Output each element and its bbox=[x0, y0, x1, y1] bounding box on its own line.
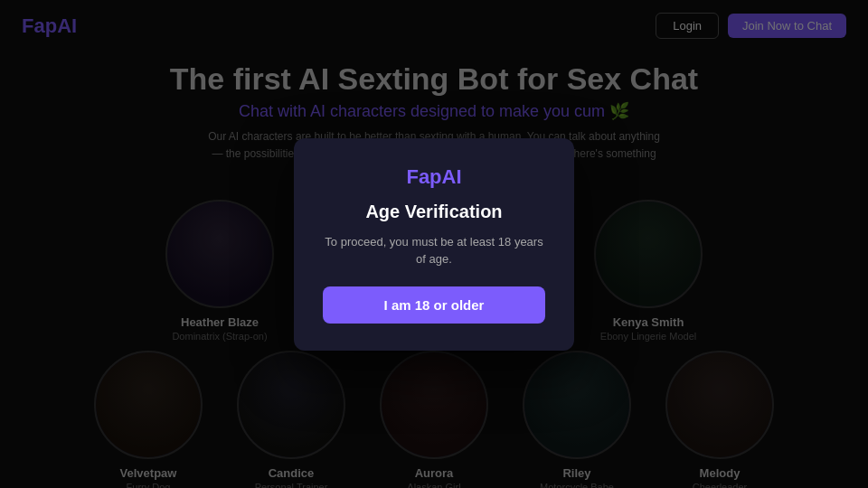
modal-title: Age Verification bbox=[323, 202, 545, 222]
modal-logo-highlight: AI bbox=[442, 165, 462, 188]
modal-logo: FapAI bbox=[323, 165, 545, 189]
modal-description: To proceed, you must be at least 18 year… bbox=[323, 233, 545, 268]
age-confirm-button[interactable]: I am 18 or older bbox=[323, 286, 545, 324]
modal-logo-text: Fap bbox=[406, 165, 441, 188]
modal-overlay: FapAI Age Verification To proceed, you m… bbox=[0, 0, 868, 488]
age-verification-modal: FapAI Age Verification To proceed, you m… bbox=[294, 138, 574, 351]
